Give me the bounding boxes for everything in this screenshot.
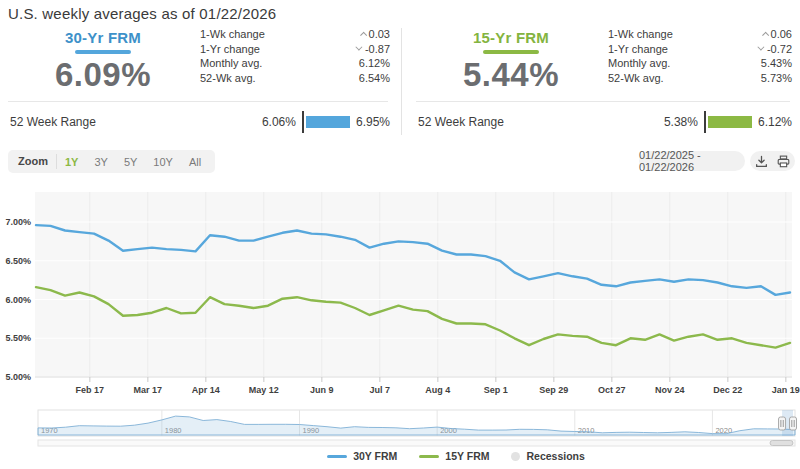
chart-toolbar: Zoom 1Y 3Y 5Y 10Y All 01/22/2025 - 01/22… [0, 150, 800, 174]
svg-text:5.00%: 5.00% [5, 372, 31, 382]
range-bar-fill [306, 116, 350, 128]
svg-text:5.50%: 5.50% [5, 333, 31, 343]
stat-row-52wk-avg: 52-Wk avg. 6.54% [200, 71, 390, 86]
card-30yr-title: 30-Yr FRM [36, 29, 170, 46]
stat-label: 1-Yr change [200, 43, 260, 55]
zoom-button-1y[interactable]: 1Y [57, 156, 86, 168]
legend-label: 15Y FRM [445, 450, 489, 462]
stat-row-monthly-avg: Monthly avg. 6.12% [200, 56, 390, 71]
svg-text:Apr 14: Apr 14 [192, 385, 220, 395]
card-15yr-title: 15-Yr FRM [444, 29, 578, 46]
svg-text:Jun 9: Jun 9 [310, 385, 334, 395]
range-bar [704, 111, 752, 133]
current-rate-marker [302, 111, 304, 133]
navigator-scrollbar-handle[interactable] [770, 441, 793, 446]
legend-item-15y-frm[interactable]: 15Y FRM [419, 450, 489, 462]
zoom-button-5y[interactable]: 5Y [116, 156, 145, 168]
stat-value: 0.06 [771, 28, 792, 40]
stat-label: 1-Wk change [200, 28, 265, 40]
svg-text:6.50%: 6.50% [5, 256, 31, 266]
down-caret-icon [757, 44, 764, 51]
stat-label: Monthly avg. [200, 57, 262, 69]
card-30yr-rate: 6.09% [36, 56, 170, 94]
52-week-range-30yr: 52 Week Range 6.06% 6.95% [10, 109, 390, 135]
range-bar-fill [708, 116, 752, 128]
stat-value: 5.73% [761, 72, 792, 84]
svg-text:May 12: May 12 [249, 385, 279, 395]
svg-text:6.00%: 6.00% [5, 295, 31, 305]
stat-label: 52-Wk avg. [608, 72, 664, 84]
stat-row-1wk-change: 1-Wk change 0.03 [200, 27, 390, 42]
stat-row-52wk-avg: 52-Wk avg. 5.73% [608, 71, 792, 86]
svg-text:Aug 4: Aug 4 [425, 385, 450, 395]
card-15yr-frm: 15-Yr FRM 5.44% 1-Wk change 0.06 1-Yr ch… [416, 24, 794, 136]
30y-line-swatch [327, 455, 347, 458]
svg-text:7.00%: 7.00% [5, 217, 31, 227]
legend-item-30y-frm[interactable]: 30Y FRM [327, 450, 397, 462]
current-rate-marker [704, 111, 706, 133]
stat-label: 1-Wk change [608, 28, 673, 40]
card-15yr-rate: 5.44% [444, 56, 578, 94]
rates-line-chart[interactable]: 7.00%6.50%6.00%5.50%5.00%Feb 17Mar 17Apr… [0, 190, 800, 406]
card-30yr-frm: 30-Yr FRM 6.09% 1-Wk change 0.03 1-Yr ch… [8, 24, 392, 136]
up-caret-icon [762, 31, 769, 38]
range-min-value: 5.38% [664, 115, 698, 129]
svg-text:Dec 22: Dec 22 [713, 385, 742, 395]
15y-line-swatch [419, 455, 439, 458]
stat-value: 6.12% [359, 57, 390, 69]
divider [416, 101, 790, 102]
date-range-display[interactable]: 01/22/2025 - 01/22/2026 [639, 151, 745, 171]
card-15yr-accent-bar [483, 50, 539, 54]
zoom-label: Zoom [14, 154, 57, 169]
card-30yr-accent-bar [75, 50, 131, 54]
history-navigator[interactable]: 197019801990200020102020 [0, 406, 800, 450]
range-max-value: 6.95% [356, 115, 390, 129]
legend-item-recessions[interactable]: Recessions [511, 450, 584, 462]
divider [8, 101, 388, 102]
stat-value: -0.87 [365, 43, 390, 55]
stat-row-1wk-change: 1-Wk change 0.06 [608, 27, 792, 42]
legend-label: 30Y FRM [353, 450, 397, 462]
stat-value: 0.03 [369, 28, 390, 40]
zoom-button-10y[interactable]: 10Y [145, 156, 181, 168]
card-15yr-stats: 1-Wk change 0.06 1-Yr change -0.72 Month… [608, 27, 792, 85]
svg-text:Nov 24: Nov 24 [655, 385, 685, 395]
download-icon[interactable] [755, 155, 768, 168]
stat-row-1yr-change: 1-Yr change -0.87 [200, 42, 390, 57]
range-label: 52 Week Range [418, 115, 504, 129]
zoom-button-3y[interactable]: 3Y [86, 156, 115, 168]
svg-text:Sep 1: Sep 1 [484, 385, 508, 395]
range-max-value: 6.12% [758, 115, 792, 129]
stat-row-1yr-change: 1-Yr change -0.72 [608, 42, 792, 57]
stat-row-monthly-avg: Monthly avg. 5.43% [608, 56, 792, 71]
recessions-swatch [511, 452, 520, 461]
range-bar [302, 111, 350, 133]
stat-value: -0.72 [767, 43, 792, 55]
stat-label: 52-Wk avg. [200, 72, 256, 84]
print-icon[interactable] [777, 155, 790, 168]
card-30yr-stats: 1-Wk change 0.03 1-Yr change -0.87 Month… [200, 27, 390, 85]
zoom-button-group: Zoom 1Y 3Y 5Y 10Y All [8, 150, 215, 173]
up-caret-icon [360, 31, 367, 38]
range-label: 52 Week Range [10, 115, 96, 129]
down-caret-icon [355, 44, 362, 51]
chart-legend: 30Y FRM 15Y FRM Recessions [56, 450, 800, 462]
stat-label: 1-Yr change [608, 43, 668, 55]
stat-value: 6.54% [359, 72, 390, 84]
svg-text:Sep 29: Sep 29 [539, 385, 568, 395]
svg-text:Feb 17: Feb 17 [76, 385, 105, 395]
52-week-range-15yr: 52 Week Range 5.38% 6.12% [418, 109, 792, 135]
range-min-value: 6.06% [262, 115, 296, 129]
svg-text:Mar 17: Mar 17 [134, 385, 163, 395]
legend-label: Recessions [526, 450, 584, 462]
page-title: U.S. weekly averages as of 01/22/2026 [8, 5, 276, 22]
divider [401, 28, 402, 135]
svg-text:Oct 27: Oct 27 [598, 385, 626, 395]
svg-text:Jan 19: Jan 19 [772, 385, 800, 395]
stat-label: Monthly avg. [608, 57, 670, 69]
stat-value: 5.43% [761, 57, 792, 69]
zoom-button-all[interactable]: All [181, 156, 209, 168]
svg-text:Jul 7: Jul 7 [370, 385, 391, 395]
chart-actions [750, 151, 795, 171]
